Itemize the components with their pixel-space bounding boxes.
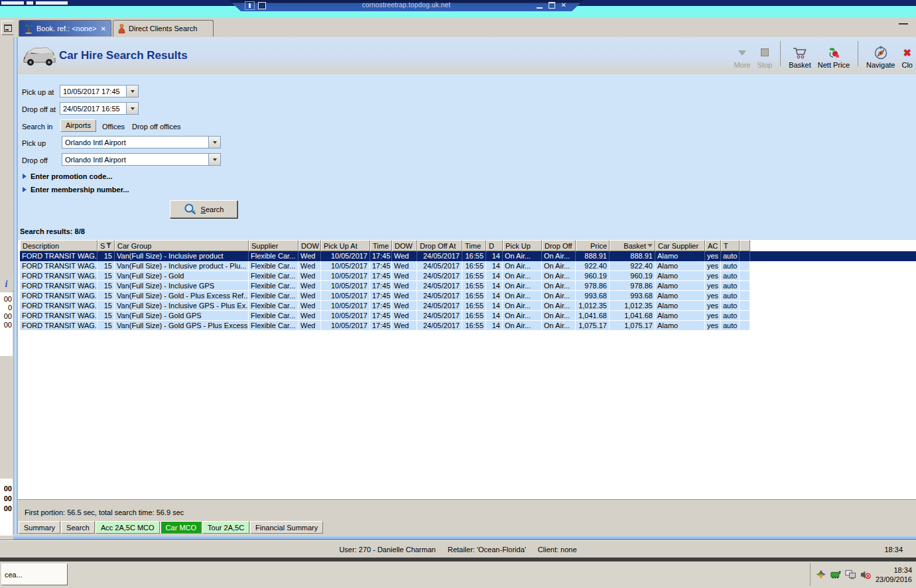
- dropoff-at-field[interactable]: 24/05/2017 16:55: [60, 102, 139, 115]
- table-cell: 10/05/2017: [321, 321, 370, 331]
- tab-car-mco[interactable]: Car MCO: [161, 521, 202, 534]
- search-button[interactable]: Search: [170, 200, 237, 218]
- close-view-button[interactable]: ✖ Clo: [898, 40, 916, 69]
- tab-summary[interactable]: Summary: [19, 521, 60, 534]
- tab-close-icon[interactable]: ✕: [101, 25, 106, 32]
- tab-search[interactable]: Search: [61, 521, 95, 534]
- column-header[interactable]: Drop Off At: [417, 240, 462, 251]
- restore-icon[interactable]: [549, 2, 555, 9]
- column-header[interactable]: AC: [705, 240, 721, 251]
- table-cell: 10/05/2017: [321, 281, 370, 291]
- nett-price-icon: [826, 46, 841, 60]
- table-cell: auto: [721, 271, 740, 281]
- table-row[interactable]: FORD TRANSIT WAG...15Van(Full Size) - In…: [20, 301, 916, 311]
- search-in-label: Search in: [22, 123, 52, 131]
- car-icon: [22, 42, 56, 69]
- search-in-offices[interactable]: Offices: [102, 123, 125, 131]
- row-filler: [750, 301, 916, 311]
- speaker-muted-icon[interactable]: [860, 569, 871, 580]
- info-icon: i: [5, 279, 8, 290]
- table-cell: 24/05/2017: [417, 251, 462, 261]
- table-cell: 16:55: [462, 301, 486, 311]
- column-header[interactable]: Time: [370, 240, 392, 251]
- table-cell: 17:45: [370, 321, 392, 331]
- table-row[interactable]: FORD TRANSIT WAG...15Van(Full Size) - In…: [20, 251, 916, 261]
- table-cell: Wed: [392, 321, 417, 331]
- filter-icon[interactable]: [106, 243, 112, 249]
- taskbar-app-button[interactable]: cea...: [1, 563, 68, 585]
- tab-acc-2a5c-mco[interactable]: Acc 2A,5C MCO: [96, 521, 160, 534]
- column-header[interactable]: Price: [576, 240, 610, 251]
- table-row[interactable]: FORD TRANSIT WAG...15Van(Full Size) - In…: [20, 261, 916, 271]
- column-header[interactable]: Basket: [610, 240, 655, 251]
- column-header[interactable]: Time: [462, 240, 486, 251]
- network-card-icon[interactable]: [830, 570, 841, 579]
- stop-button[interactable]: Stop: [753, 40, 775, 69]
- tab-booking-ref[interactable]: Book. ref.: <none> ✕: [19, 20, 111, 36]
- basket-button[interactable]: Basket: [785, 40, 815, 69]
- toolbar-separator: [858, 41, 858, 66]
- column-header[interactable]: Pick Up: [503, 240, 542, 251]
- table-cell: 1,012.35: [576, 301, 610, 311]
- table-cell: Alamo: [655, 291, 705, 301]
- table-cell: Wed: [392, 261, 417, 271]
- column-header[interactable]: DOW: [392, 240, 417, 251]
- column-header[interactable]: Car Group: [115, 240, 249, 251]
- table-row[interactable]: FORD TRANSIT WAG...15Van(Full Size) - Go…: [20, 321, 916, 331]
- navigate-button[interactable]: Navigate: [863, 40, 898, 69]
- table-cell: FORD TRANSIT WAG...: [20, 311, 98, 321]
- table-cell: auto: [721, 291, 740, 301]
- tab-tour-2a5c[interactable]: Tour 2A,5C: [202, 521, 249, 534]
- table-row[interactable]: FORD TRANSIT WAG...15Van(Full Size) - Go…: [20, 311, 916, 321]
- bottom-tab-strip: Summary Search Acc 2A,5C MCO Car MCO Tou…: [19, 521, 324, 534]
- column-header[interactable]: T: [721, 240, 740, 251]
- column-header[interactable]: DOW: [298, 240, 321, 251]
- table-row[interactable]: FORD TRANSIT WAG...15Van(Full Size) - Go…: [20, 271, 916, 281]
- dropdown-button[interactable]: [126, 103, 138, 114]
- pickup-location-field[interactable]: Orlando Intl Airport: [62, 136, 221, 148]
- table-cell: 14: [486, 321, 503, 331]
- panel-collapse-button[interactable]: [1, 21, 14, 35]
- table-cell: 16:55: [462, 271, 486, 281]
- column-header[interactable]: S: [98, 240, 115, 251]
- table-cell: Van(Full Size) - Gold GPS - Plus Excess.…: [115, 321, 249, 331]
- table-cell: Alamo: [655, 301, 705, 311]
- dropoff-location-field[interactable]: Orlando Intl Airport: [62, 153, 221, 166]
- antivirus-icon[interactable]: [816, 569, 826, 580]
- table-cell: Wed: [298, 311, 321, 321]
- tab-direct-clients-search[interactable]: Direct Clients Search: [113, 20, 214, 36]
- table-cell: Flexible Car...: [249, 281, 298, 291]
- more-button[interactable]: More: [730, 40, 753, 69]
- dropdown-button[interactable]: [208, 137, 220, 148]
- table-cell: 24/05/2017: [417, 281, 462, 291]
- tab-list-icon[interactable]: [899, 23, 908, 27]
- promotion-code-expander[interactable]: Enter promotion code...: [23, 172, 112, 180]
- tray-clock: 18:34: [876, 565, 912, 575]
- table-cell: 1,041.68: [576, 311, 610, 321]
- nett-price-button[interactable]: Nett Price: [815, 40, 853, 69]
- system-tray: 18:34 23/09/2016: [810, 563, 916, 586]
- dropdown-button[interactable]: [126, 86, 138, 97]
- close-icon[interactable]: ✕: [561, 2, 566, 9]
- membership-number-expander[interactable]: Enter membership number...: [23, 186, 129, 194]
- column-header[interactable]: Car Supplier: [655, 240, 705, 251]
- table-cell: On Air...: [542, 271, 576, 281]
- client-text: Client: none: [538, 546, 577, 554]
- search-in-airports[interactable]: Airports: [60, 119, 96, 132]
- network-computers-icon[interactable]: [845, 569, 856, 580]
- column-header[interactable]: Supplier: [249, 240, 298, 251]
- pickup-at-field[interactable]: 10/05/2017 17:45: [60, 85, 139, 97]
- search-in-dropoff-offices[interactable]: Drop off offices: [132, 123, 181, 131]
- cutoff-amount: 00: [0, 312, 13, 321]
- minimize-icon[interactable]: [537, 1, 543, 9]
- info-tab[interactable]: i: [0, 276, 13, 293]
- dropdown-button[interactable]: [208, 154, 220, 165]
- table-cell: 17:45: [370, 251, 392, 261]
- column-header[interactable]: D: [486, 240, 503, 251]
- table-row[interactable]: FORD TRANSIT WAG...15Van(Full Size) - Go…: [20, 291, 916, 301]
- column-header[interactable]: Description: [20, 240, 98, 251]
- column-header[interactable]: Pick Up At: [321, 240, 370, 251]
- table-row[interactable]: FORD TRANSIT WAG...15Van(Full Size) - In…: [20, 281, 916, 291]
- column-header[interactable]: Drop Off: [542, 240, 576, 251]
- tab-financial-summary[interactable]: Financial Summary: [250, 521, 323, 534]
